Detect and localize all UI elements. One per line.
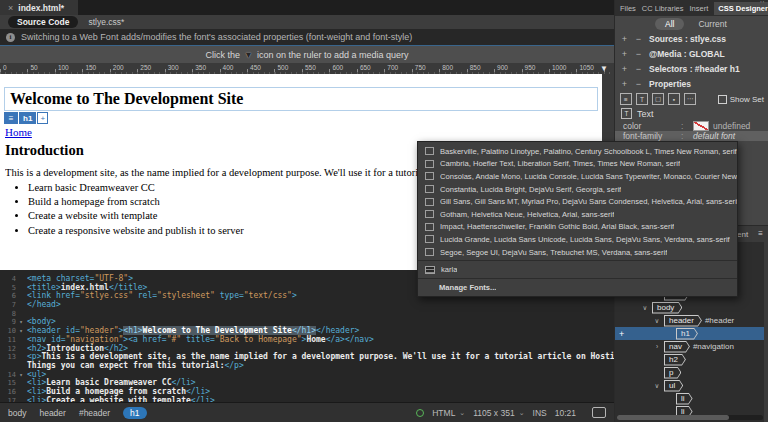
viewport-size[interactable]: 1105 x 351 (473, 408, 514, 418)
fold-arrow-icon[interactable] (16, 301, 26, 310)
collapse-panels-icon[interactable]: '' (760, 0, 765, 7)
current-button[interactable]: Current (698, 19, 726, 29)
panel-tab-insert[interactable]: Insert (690, 4, 709, 13)
add-media-query-arrow-icon[interactable]: ▼ (600, 64, 608, 73)
code-gutter: 15 (0, 379, 27, 388)
tag-selector-h1[interactable]: h1 (123, 407, 146, 419)
panel-tab-cc-libraries[interactable]: CC Libraries (642, 4, 684, 13)
font-stack-option[interactable]: Gotham, Helvetica Neue, Helvetica, Arial… (418, 208, 737, 221)
dom-node-body[interactable]: ∨body (615, 301, 768, 314)
font-stack-option[interactable]: Baskerville, Palatino Linotype, Palatino… (418, 145, 737, 158)
fold-arrow-icon[interactable] (16, 275, 26, 284)
dom-vertical-scrollbar[interactable] (764, 242, 768, 422)
panel-tab-files[interactable]: Files (620, 4, 636, 13)
font-stack-option[interactable]: Lucida Grande, Lucida Sans Unicode, Luci… (418, 233, 737, 246)
all-button[interactable]: All (655, 18, 684, 30)
font-family-property-row[interactable]: font-family : default font (615, 131, 768, 141)
dom-node-li[interactable]: li (615, 392, 768, 405)
dom-tag-chip[interactable]: p (664, 367, 681, 379)
fold-arrow-icon[interactable]: ▾ (16, 318, 26, 327)
fold-arrow-icon[interactable]: ▾ (16, 371, 26, 380)
ruler-label: 500 (278, 64, 289, 71)
font-stack-option[interactable]: Gill Sans, Gill Sans MT, Myriad Pro, Dej… (418, 195, 737, 208)
fold-arrow-icon[interactable] (16, 353, 26, 362)
dom-tag-chip[interactable]: body (652, 302, 682, 314)
insert-element-icon[interactable]: + (619, 329, 624, 339)
realtime-preview-icon[interactable] (592, 407, 606, 418)
layout-props-icon[interactable]: ≡ (620, 93, 632, 105)
doc-type-label[interactable]: HTML (432, 408, 455, 418)
close-icon[interactable]: × (8, 3, 13, 13)
dom-tag-chip[interactable]: header (664, 315, 702, 327)
tag-selector-body[interactable]: body (8, 408, 26, 418)
dom-tag-chip[interactable]: li (676, 393, 693, 405)
color-property-row[interactable]: color : undefined (615, 120, 768, 131)
dom-panel-tab-label-fragment[interactable]: ent (737, 230, 748, 239)
expander-icon[interactable]: ∨ (641, 304, 649, 312)
expander-icon[interactable]: ∨ (653, 317, 661, 325)
dom-node-p[interactable]: p (615, 366, 768, 379)
add-sources-icon[interactable]: + (621, 34, 628, 44)
more-props-icon[interactable]: ⋯ (684, 93, 696, 105)
color-swatch-undefined-icon[interactable] (693, 121, 709, 131)
font-stack-option[interactable]: Segoe, Segoe UI, DejaVu Sans, Trebuchet … (418, 246, 737, 259)
fold-arrow-icon[interactable] (16, 310, 26, 319)
element-tag-chip[interactable]: h1 (19, 112, 36, 124)
add-properties-icon[interactable]: + (621, 79, 628, 89)
dom-node-h1[interactable]: +h1 (615, 327, 768, 340)
fold-arrow-icon[interactable] (16, 379, 26, 388)
lint-ok-icon[interactable] (416, 409, 424, 417)
font-stack-option[interactable]: Impact, Haettenschweiler, Franklin Gothi… (418, 221, 737, 234)
tag-selector-header[interactable]: header (39, 408, 65, 418)
font-stack-option[interactable]: Consolas, Andale Mono, Lucida Console, L… (418, 170, 737, 183)
manage-fonts-option[interactable]: Manage Fonts... (418, 281, 737, 294)
code-gutter: 7 (0, 301, 27, 310)
home-link[interactable]: Home (5, 126, 32, 138)
dom-node-h2[interactable]: h2 (615, 353, 768, 366)
code-line[interactable]: 8 (0, 310, 614, 319)
font-family-property-value[interactable]: default font (693, 131, 735, 141)
tag-selector-#header[interactable]: #header (79, 408, 110, 418)
selected-heading-outline[interactable]: Welcome to The Development Site (4, 87, 598, 111)
font-stack-option[interactable]: Constantia, Lucida Bright, DejaVu Serif,… (418, 183, 737, 196)
dom-node-header[interactable]: ∨header#header (615, 314, 768, 327)
background-props-icon[interactable]: ▪ (668, 93, 680, 105)
font-stack-option[interactable]: Cambria, Hoefler Text, Liberation Serif,… (418, 158, 737, 171)
related-file-stylesheet[interactable]: stlye.css* (88, 17, 124, 27)
fold-arrow-icon[interactable]: ▾ (16, 327, 26, 336)
add-selectors-icon[interactable]: + (621, 64, 628, 74)
panel-menu-icon[interactable]: ≡ (758, 229, 763, 238)
fold-arrow-icon[interactable] (16, 292, 26, 301)
fold-arrow-icon[interactable] (16, 388, 26, 397)
text-props-icon[interactable]: T (636, 93, 648, 105)
remove-selectors-icon[interactable]: − (635, 64, 642, 74)
fold-arrow-icon[interactable] (16, 362, 26, 371)
fold-arrow-icon[interactable] (16, 336, 26, 345)
color-property-value[interactable]: undefined (713, 121, 750, 131)
dom-horizontal-scrollbar[interactable] (617, 415, 763, 420)
expander-icon[interactable]: › (653, 343, 661, 350)
dom-tag-chip[interactable]: nav (664, 341, 690, 353)
web-font-option[interactable]: karla (418, 263, 737, 276)
remove-sources-icon[interactable]: − (635, 34, 642, 44)
dom-tag-chip[interactable]: h1 (676, 328, 698, 340)
dom-tag-chip[interactable]: h2 (664, 354, 686, 366)
element-hamburger-icon[interactable]: ≡ (4, 112, 18, 124)
add-element-button[interactable]: + (37, 112, 48, 124)
remove-media-icon[interactable]: − (635, 49, 642, 59)
source-code-button[interactable]: Source Code (8, 16, 78, 28)
remove-properties-icon[interactable]: − (635, 79, 642, 89)
dom-node-ul[interactable]: ∨ul (615, 379, 768, 392)
dom-tag-chip[interactable]: ul (664, 380, 683, 392)
border-props-icon[interactable]: ▢ (652, 93, 664, 105)
code-line[interactable]: 7</head> (0, 301, 614, 310)
document-tab[interactable]: × index.html* (0, 0, 78, 15)
code-line[interactable]: Things you can expect from this tutorial… (0, 362, 614, 371)
dom-node-nav[interactable]: ›nav#navigation (615, 340, 768, 353)
expander-icon[interactable]: ∨ (653, 382, 661, 390)
show-set-control[interactable]: Show Set (718, 95, 764, 104)
add-media-icon[interactable]: + (621, 49, 628, 59)
fold-arrow-icon[interactable] (16, 345, 26, 354)
checkbox-icon[interactable] (718, 95, 727, 104)
fold-arrow-icon[interactable] (16, 284, 26, 293)
